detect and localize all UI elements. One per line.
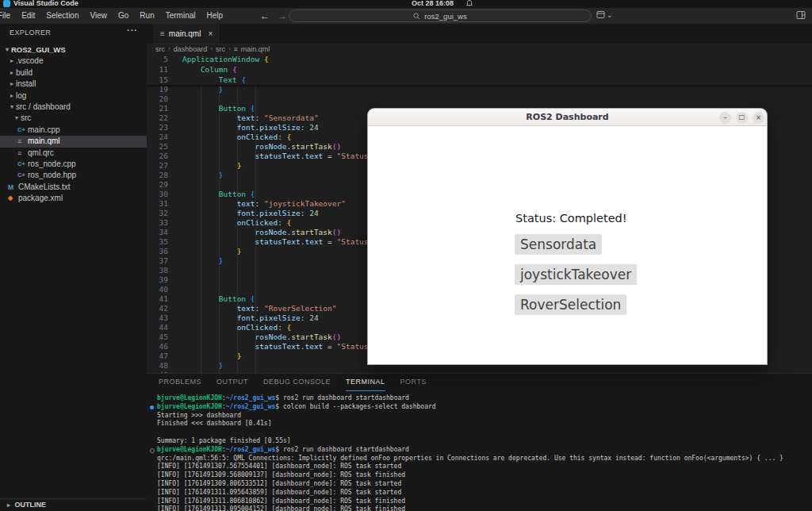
terminal[interactable]: bjurve@LegionKJOH:~/ros2_gui_ws$ ros2 ru… <box>147 394 812 511</box>
close-icon[interactable]: × <box>208 29 213 38</box>
item-label: ROS2_GUI_WS <box>11 44 66 56</box>
nav-back-icon[interactable]: ← <box>260 10 270 21</box>
dashboard-content: Status: Completed! SensordatajoystickTak… <box>367 126 768 365</box>
terminal-line: Starting >>> dashboard <box>147 412 812 421</box>
tree-item-log[interactable]: ▸log <box>0 90 147 102</box>
code-line-5[interactable]: 5ApplicationWindow { <box>147 54 812 64</box>
screen: Visual Studio Code Oct 28 16:08 FileEdit… <box>0 0 812 511</box>
panel-tab-problems[interactable]: PROBLEMS <box>159 374 201 391</box>
file-item-qml-qrc[interactable]: ≡qml.qrc <box>0 148 147 159</box>
chevron-right-icon: ▸ <box>8 56 16 67</box>
file-item-main-qml[interactable]: ≡main.qml <box>0 136 147 147</box>
chevron-right-icon: › <box>210 45 213 52</box>
tree-item--vscode[interactable]: ▸.vscode <box>0 56 147 67</box>
menu-help[interactable]: Help <box>201 8 229 24</box>
menu-run[interactable]: Run <box>134 8 159 24</box>
customize-layout-icon[interactable] <box>796 10 806 20</box>
line-number: 15 <box>147 75 168 85</box>
line-number: 48 <box>147 361 168 371</box>
nav-forward-icon[interactable]: → <box>278 10 287 21</box>
file-tree: ▾ROS2_GUI_WS▸.vscode▸build▸install▸log▾s… <box>0 44 147 204</box>
breadcrumb-item[interactable]: dashboard <box>174 45 208 53</box>
os-app-title: Visual Studio Code <box>13 0 79 7</box>
line-number: 23 <box>147 123 168 133</box>
item-label: src <box>21 113 31 124</box>
dashboard-button-sensordata[interactable]: Sensordata <box>515 234 602 255</box>
file-item-ros-node-hpp[interactable]: C+ros_node.hpp <box>0 170 147 181</box>
item-label: .vscode <box>16 56 43 67</box>
breadcrumb[interactable]: src›dashboard›src›≡main.qml <box>155 44 270 54</box>
terminal-line <box>147 428 812 437</box>
code-line-15[interactable]: 15 Text { <box>147 75 812 85</box>
command-decoration-circle[interactable] <box>150 448 155 453</box>
qml-file-icon: ≡ <box>160 29 165 38</box>
line-number: 19 <box>147 85 168 94</box>
item-label: qml.qrc <box>28 148 54 159</box>
breadcrumb-item[interactable]: src <box>155 45 165 53</box>
command-center-search[interactable]: ros2_gui_ws <box>289 10 592 22</box>
vscode-app-icon <box>3 0 10 7</box>
chevron-right-icon: ▸ <box>8 79 16 90</box>
minimize-button[interactable]: – <box>719 112 731 124</box>
terminal-line: bjurve@LegionKJOH:~/ros2_gui_ws$ ros2 ru… <box>147 394 812 403</box>
item-label: main.qml <box>28 136 60 147</box>
code-line-11[interactable]: 11 Column { <box>147 64 812 75</box>
launch-profile-control[interactable]: ⌄ <box>596 10 613 19</box>
cpp-file-icon: C+ <box>17 159 28 170</box>
dashboard-button-roverselection[interactable]: RoverSelection <box>515 294 626 315</box>
line-number: 26 <box>147 152 168 161</box>
menu-file[interactable]: File <box>0 8 16 24</box>
tree-item-src[interactable]: ▾src <box>0 113 147 124</box>
terminal-line: qrc:/main.qml:56:5: QML Connections: Imp… <box>147 455 812 463</box>
tab-main-qml[interactable]: ≡ main.qml × <box>153 24 220 44</box>
ros2-dashboard-window[interactable]: ROS2 Dashboard – □ × Status: Completed! … <box>367 108 768 365</box>
code-line-20[interactable]: 20 <box>147 94 812 104</box>
menu-bar: FileEditSelectionViewGoRunTerminalHelp <box>0 8 228 24</box>
item-label: ros_node.hpp <box>28 170 76 181</box>
menu-view[interactable]: View <box>85 8 113 24</box>
panel-tab-debug-console[interactable]: DEBUG CONSOLE <box>263 374 331 391</box>
menu-selection[interactable]: Selection <box>40 8 84 24</box>
tree-item-ros2-gui-ws[interactable]: ▾ROS2_GUI_WS <box>0 44 147 56</box>
sticky-scroll[interactable]: 5ApplicationWindow {11 Column {15 Text { <box>147 54 812 85</box>
terminal-line: [INFO] [1761491309.806533512] [dashboard… <box>147 480 812 489</box>
file-item-ros-node-cpp[interactable]: C+ros_node.cpp <box>0 159 147 170</box>
outline-section-header[interactable]: ▸ OUTLINE <box>0 498 147 511</box>
file-item-main-cpp[interactable]: C+main.cpp <box>0 125 147 136</box>
menu-terminal[interactable]: Terminal <box>160 8 201 24</box>
chevron-right-icon: › <box>228 45 231 52</box>
panel-tab-terminal[interactable]: TERMINAL <box>346 374 385 391</box>
command-decoration-dot[interactable] <box>150 405 154 409</box>
file-item-package-xml[interactable]: ◆package.xml <box>0 193 147 204</box>
menu-go[interactable]: Go <box>113 8 134 24</box>
breadcrumb-item[interactable]: main.qml <box>241 45 270 53</box>
tree-item-src-dashboard[interactable]: ▾src / dashboard <box>0 102 147 113</box>
os-clock[interactable]: Oct 28 16:08 <box>412 0 454 7</box>
terminal-line: Summary: 1 package finished [0.55s] <box>147 437 812 446</box>
explorer-more-actions-icon[interactable]: ··· <box>127 25 138 35</box>
breadcrumb-item[interactable]: src <box>216 45 225 53</box>
chevron-right-icon: › <box>168 45 170 52</box>
chevron-down-icon: ▾ <box>3 44 11 56</box>
code-line-19[interactable]: 19 } <box>147 85 812 94</box>
line-number: 38 <box>147 266 168 275</box>
tree-item-install[interactable]: ▸install <box>0 79 147 90</box>
close-button[interactable]: × <box>753 112 764 124</box>
panel-tab-ports[interactable]: PORTS <box>400 374 427 391</box>
dashboard-button-joysticktakeover[interactable]: joystickTakeover <box>515 264 637 285</box>
line-number: 44 <box>147 323 168 332</box>
line-number: 42 <box>147 304 168 313</box>
file-item-cmakelists-txt[interactable]: MCMakeLists.txt <box>0 182 147 193</box>
line-number: 11 <box>147 64 168 75</box>
dashboard-title-bar[interactable]: ROS2 Dashboard – □ × <box>367 108 768 126</box>
terminal-line: Finished <<< dashboard [0.41s] <box>147 420 812 428</box>
terminal-line: [INFO] [1761491309.568009137] [dashboard… <box>147 471 812 480</box>
chevron-right-icon: ▸ <box>8 67 16 79</box>
maximize-button[interactable]: □ <box>736 112 748 124</box>
notification-bell-icon[interactable] <box>466 0 473 7</box>
qml-file-icon: ≡ <box>234 45 238 53</box>
menu-edit[interactable]: Edit <box>16 8 40 24</box>
panel-tab-output[interactable]: OUTPUT <box>216 374 248 391</box>
tree-item-build[interactable]: ▸build <box>0 67 147 79</box>
explorer-sidebar: EXPLORER ··· ▾ROS2_GUI_WS▸.vscode▸build▸… <box>0 24 147 511</box>
